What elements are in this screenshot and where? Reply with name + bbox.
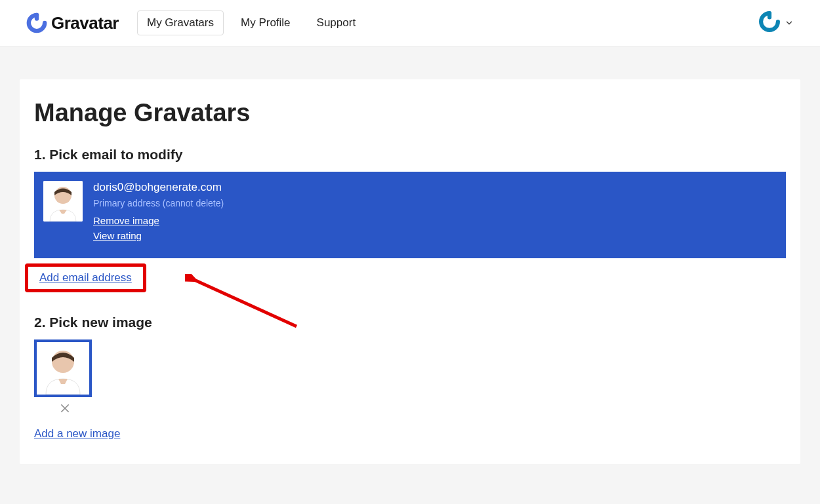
nav-my-gravatars[interactable]: My Gravatars [137,10,224,35]
add-new-image-link[interactable]: Add a new image [34,427,120,440]
svg-rect-1 [768,11,771,19]
account-menu[interactable] [758,10,794,35]
image-thumb[interactable] [34,339,92,397]
email-avatar [43,181,83,222]
nav-my-profile[interactable]: My Profile [232,11,300,35]
page-title: Manage Gravatars [34,99,786,127]
add-email-address-link[interactable]: Add email address [34,267,137,288]
thumb-remove-row [34,402,92,417]
add-email-highlight: Add email address [34,267,137,288]
main-nav: My Gravatars My Profile Support [137,10,365,35]
email-info: doris0@bohgenerate.com Primary address (… [93,181,224,245]
gravatar-logo-small-icon [758,10,781,35]
close-icon [59,402,71,414]
brand-logo[interactable]: Gravatar [26,12,119,33]
brand-name: Gravatar [51,13,119,33]
remove-thumb-button[interactable] [59,402,71,417]
selected-email-box[interactable]: doris0@bohgenerate.com Primary address (… [34,172,786,258]
remove-image-link[interactable]: Remove image [93,215,159,226]
manage-card: Manage Gravatars 1. Pick email to modify… [20,79,800,464]
primary-note: Primary address (cannot delete) [93,198,224,208]
image-thumbnails [34,339,786,397]
gravatar-logo-icon [26,12,47,33]
step2-heading: 2. Pick new image [34,315,786,330]
step1-heading: 1. Pick email to modify [34,147,786,163]
email-address: doris0@bohgenerate.com [93,181,224,194]
svg-rect-0 [35,13,39,21]
nav-support[interactable]: Support [308,11,365,35]
chevron-down-icon [785,18,794,28]
top-bar: Gravatar My Gravatars My Profile Support [0,0,820,47]
page-container: Manage Gravatars 1. Pick email to modify… [0,47,820,497]
view-rating-link[interactable]: View rating [93,230,142,241]
